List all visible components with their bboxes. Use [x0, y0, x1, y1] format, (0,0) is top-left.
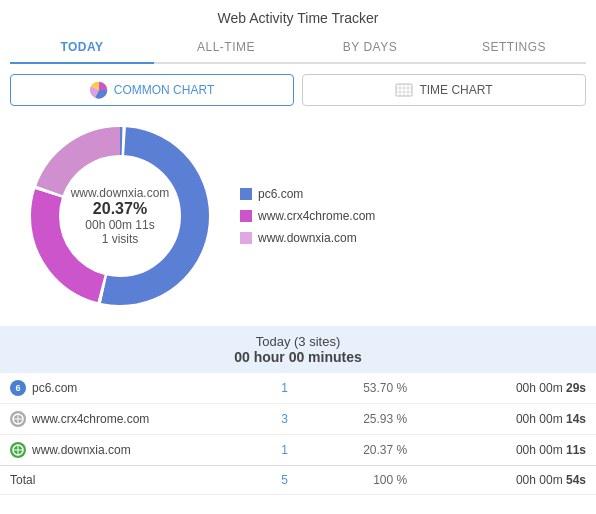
- summary-total-time: 00 hour 00 minutes: [8, 349, 588, 365]
- total-visits: 5: [238, 466, 298, 495]
- site-name-crx4chrome: www.crx4chrome.com: [32, 412, 149, 426]
- site-name-pc6: pc6.com: [32, 381, 77, 395]
- common-chart-label: COMMON CHART: [114, 83, 214, 97]
- time-downxia: 00h 00m 11s: [417, 435, 596, 466]
- tab-settings[interactable]: SETTINGS: [442, 32, 586, 62]
- tab-alltime[interactable]: ALL-TIME: [154, 32, 298, 62]
- site-name-downxia: www.downxia.com: [32, 443, 131, 457]
- legend-item-downxia: www.downxia.com: [240, 231, 375, 245]
- site-icon-downxia: [10, 442, 26, 458]
- pie-chart-icon: [90, 81, 108, 99]
- table-row: www.downxia.com 1 20.37 % 00h 00m 11s: [0, 435, 596, 466]
- legend-label-pc6: pc6.com: [258, 187, 303, 201]
- legend-label-downxia: www.downxia.com: [258, 231, 357, 245]
- site-cell-downxia: www.downxia.com: [10, 442, 228, 458]
- main-content: www.downxia.com 20.37% 00h 00m 11s 1 vis…: [0, 106, 596, 326]
- total-time: 00h 00m 54s: [417, 466, 596, 495]
- percent-downxia: 20.37 %: [298, 435, 417, 466]
- legend-item-pc6: pc6.com: [240, 187, 375, 201]
- total-percent: 100 %: [298, 466, 417, 495]
- donut-chart: www.downxia.com 20.37% 00h 00m 11s 1 vis…: [20, 116, 220, 316]
- table-row: 6 pc6.com 1 53.70 % 00h 00m 29s: [0, 373, 596, 404]
- time-chart-icon: [395, 81, 413, 99]
- time-chart-button[interactable]: TIME CHART: [302, 74, 586, 106]
- legend: pc6.com www.crx4chrome.com www.downxia.c…: [240, 187, 375, 245]
- site-cell-pc6: 6 pc6.com: [10, 380, 228, 396]
- legend-item-crx4chrome: www.crx4chrome.com: [240, 209, 375, 223]
- legend-label-crx4chrome: www.crx4chrome.com: [258, 209, 375, 223]
- table-row: www.crx4chrome.com 3 25.93 % 00h 00m 14s: [0, 404, 596, 435]
- chart-type-bar: COMMON CHART TIME CHART: [10, 74, 586, 106]
- summary-header: Today (3 sites) 00 hour 00 minutes: [0, 326, 596, 373]
- percent-crx4chrome: 25.93 %: [298, 404, 417, 435]
- tabs: TODAY ALL-TIME BY DAYS SETTINGS: [10, 32, 586, 64]
- time-chart-label: TIME CHART: [419, 83, 492, 97]
- tab-today[interactable]: TODAY: [10, 32, 154, 64]
- visits-pc6: 1: [238, 373, 298, 404]
- visits-crx4chrome: 3: [238, 404, 298, 435]
- summary-label: Today (3 sites): [8, 334, 588, 349]
- legend-color-crx4chrome: [240, 210, 252, 222]
- time-pc6: 00h 00m 29s: [417, 373, 596, 404]
- tab-bydays[interactable]: BY DAYS: [298, 32, 442, 62]
- site-icon-crx4chrome: [10, 411, 26, 427]
- app-title: Web Activity Time Tracker: [0, 0, 596, 32]
- site-cell-crx4chrome: www.crx4chrome.com: [10, 411, 228, 427]
- total-row: Total 5 100 % 00h 00m 54s: [0, 466, 596, 495]
- time-crx4chrome: 00h 00m 14s: [417, 404, 596, 435]
- percent-pc6: 53.70 %: [298, 373, 417, 404]
- legend-color-downxia: [240, 232, 252, 244]
- total-label: Total: [0, 466, 238, 495]
- data-table: 6 pc6.com 1 53.70 % 00h 00m 29s www.crx4…: [0, 373, 596, 495]
- visits-downxia: 1: [238, 435, 298, 466]
- legend-color-pc6: [240, 188, 252, 200]
- site-icon-pc6: 6: [10, 380, 26, 396]
- common-chart-button[interactable]: COMMON CHART: [10, 74, 294, 106]
